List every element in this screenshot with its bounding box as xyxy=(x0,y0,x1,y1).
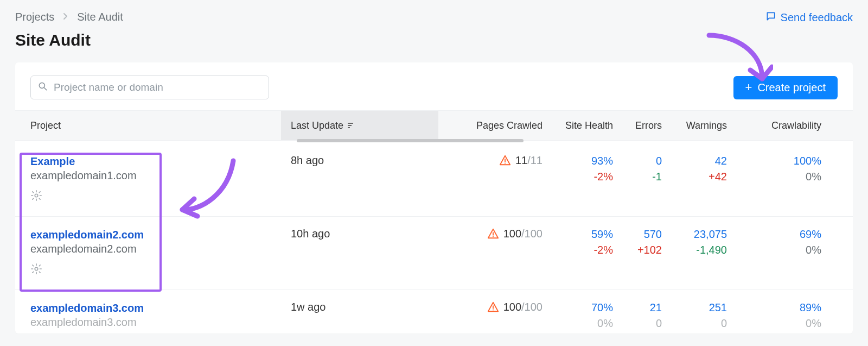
errors-delta: -1 xyxy=(652,170,662,184)
site-health-delta: 0% xyxy=(597,317,613,330)
col-header-project[interactable]: Project xyxy=(15,111,281,140)
warnings-delta: +42 xyxy=(709,170,727,184)
errors-delta: +102 xyxy=(637,243,662,257)
cell-last-update: 10h ago xyxy=(281,228,438,240)
crawlability-delta: 0% xyxy=(806,243,821,257)
site-health-value: 70% xyxy=(591,301,613,314)
project-name-link[interactable]: exampledomain3.com xyxy=(30,301,271,315)
table-row: exampledomain3.com exampledomain3.com 1w… xyxy=(15,290,853,334)
create-project-button[interactable]: + Create project xyxy=(733,76,838,99)
crawlability-delta: 0% xyxy=(806,317,821,330)
warnings-value: 251 xyxy=(709,301,727,314)
sort-desc-icon xyxy=(348,123,353,128)
col-header-last-update-label: Last Update xyxy=(291,120,343,131)
crawlability-value: 89% xyxy=(800,301,821,314)
table-row: exampledomain2.com exampledomain2.com 10… xyxy=(15,217,853,290)
svg-point-2 xyxy=(505,163,506,164)
warning-triangle-icon xyxy=(499,154,511,166)
gear-icon[interactable] xyxy=(30,190,42,202)
warnings-value: 42 xyxy=(715,154,727,168)
col-header-pages-crawled[interactable]: Pages Crawled xyxy=(438,111,552,140)
svg-point-3 xyxy=(35,267,38,270)
errors-delta: 0 xyxy=(656,317,662,330)
create-project-label: Create project xyxy=(757,81,826,94)
send-feedback-link[interactable]: Send feedback xyxy=(765,11,853,24)
cell-last-update: 1w ago xyxy=(281,301,438,313)
page-title: Site Audit xyxy=(15,31,853,49)
errors-value: 0 xyxy=(656,154,662,168)
errors-value: 21 xyxy=(650,301,662,314)
project-name-link[interactable]: Example xyxy=(30,154,271,168)
gear-icon[interactable] xyxy=(30,263,42,275)
project-domain: exampledomain1.com xyxy=(30,169,271,182)
send-feedback-label: Send feedback xyxy=(781,11,853,24)
horizontal-scrollbar[interactable] xyxy=(15,141,853,143)
search-icon xyxy=(37,81,48,94)
pages-crawled-value: 100/100 xyxy=(503,301,542,313)
svg-point-4 xyxy=(493,236,494,237)
chat-icon xyxy=(765,11,776,24)
projects-card: + Create project Project Last Update Pag… xyxy=(15,62,853,334)
site-health-delta: -2% xyxy=(593,243,613,257)
pages-crawled-value: 11/11 xyxy=(515,154,542,167)
breadcrumb-root[interactable]: Projects xyxy=(15,11,54,23)
warnings-value: 23,075 xyxy=(694,228,727,241)
plus-icon: + xyxy=(745,81,752,93)
breadcrumb-current: Site Audit xyxy=(77,11,123,23)
crawlability-delta: 0% xyxy=(806,170,821,184)
search-field-wrap xyxy=(30,76,269,99)
site-health-delta: -2% xyxy=(593,170,613,184)
col-header-site-health[interactable]: Site Health xyxy=(552,111,623,140)
warning-triangle-icon xyxy=(487,301,499,313)
svg-point-1 xyxy=(35,194,38,197)
crawlability-value: 100% xyxy=(794,154,821,168)
project-domain: exampledomain2.com xyxy=(30,243,271,255)
project-domain: exampledomain3.com xyxy=(30,316,271,329)
project-name-link[interactable]: exampledomain2.com xyxy=(30,228,271,242)
cell-last-update: 8h ago xyxy=(281,154,438,167)
search-input[interactable] xyxy=(54,81,262,93)
chevron-right-icon xyxy=(63,12,68,22)
table-header: Project Last Update Pages Crawled Site H… xyxy=(15,110,853,141)
warnings-delta: -1,490 xyxy=(696,243,727,257)
errors-value: 570 xyxy=(644,228,662,241)
col-header-last-update[interactable]: Last Update xyxy=(281,111,438,140)
warnings-delta: 0 xyxy=(721,317,727,330)
pages-crawled-value: 100/100 xyxy=(503,228,542,240)
table-row: Example exampledomain1.com 8h ago 11/11 … xyxy=(15,143,853,217)
col-header-crawlability[interactable]: Crawlability xyxy=(737,111,853,140)
svg-point-0 xyxy=(39,83,44,88)
site-health-value: 59% xyxy=(591,228,613,241)
col-header-warnings[interactable]: Warnings xyxy=(672,111,737,140)
crawlability-value: 69% xyxy=(800,228,821,241)
breadcrumb: Projects Site Audit xyxy=(15,11,123,23)
site-health-value: 93% xyxy=(591,154,613,168)
svg-point-5 xyxy=(493,310,494,311)
col-header-errors[interactable]: Errors xyxy=(623,111,672,140)
warning-triangle-icon xyxy=(487,228,499,240)
